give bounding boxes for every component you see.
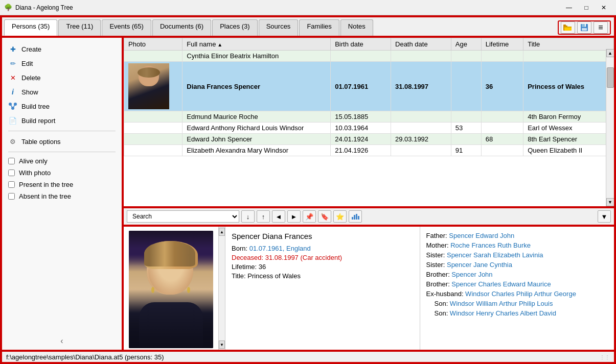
col-fullname[interactable]: Full name [182,38,331,51]
scroll-up-arrow[interactable]: ▲ [606,49,614,57]
scroll-up[interactable]: ▲ [219,228,225,236]
scroll-down-arrow[interactable]: ▼ [606,198,614,206]
tab-places[interactable]: Places (3) [212,19,258,36]
table-scroll-area[interactable]: Photo Full name Birth date Death date Ag… [124,38,614,206]
tab-documents[interactable]: Documents (6) [152,19,211,36]
rel-brother1-name[interactable]: Spencer John [451,271,492,278]
persons-table: Photo Full name Birth date Death date Ag… [124,38,614,156]
col-age[interactable]: Age [451,38,481,51]
tab-persons[interactable]: Persons (35) [4,19,57,36]
diana-large-photo [129,231,213,348]
save-button[interactable] [577,21,591,34]
scroll-thumb[interactable] [607,67,614,88]
tab-families[interactable]: Families [299,19,339,36]
table-row[interactable]: Elizabeth Alexandra Mary Windsor 21.04.1… [124,145,614,156]
table-row[interactable]: Cynthia Elinor Beatrix Hamilton [124,51,614,62]
born-value[interactable]: 01.07.1961, [249,245,286,252]
detail-deceased-line: Deceased: 31.08.1997 (Car accident) [232,254,414,261]
rel-exhusband-name[interactable]: Windsor Charles Philip Arthur George [465,290,576,298]
name-cell: Edward Anthony Richard Louis Windsor [182,123,331,134]
nav-pin-button[interactable]: 📌 [303,210,316,223]
maximize-button[interactable]: □ [578,2,595,13]
detail-title-line: Title: Princess of Wales [232,272,414,280]
rel-sister2-name[interactable]: Spencer Jane Cynthia [447,261,512,269]
nav-chart-button[interactable] [349,210,362,223]
create-button[interactable]: ✚ Create [2,42,122,56]
window-controls[interactable]: — □ ✕ [561,2,612,13]
born-place[interactable]: England [286,245,311,252]
name-cell: Edmund Maurice Roche [182,111,331,123]
present-tree-checkbox[interactable] [8,181,15,188]
col-title[interactable]: Title [523,38,614,51]
tabs-row: 1 Persons (35) Tree (11) Events (65) Doc… [1,16,615,37]
sidebar: 2 ✚ Create ✏ Edit ✕ Delete i Show [1,37,123,351]
nav-forward-button[interactable]: ► [287,210,301,223]
rel-son2-name[interactable]: Windsor Henry Charles Albert David [450,309,556,317]
tab-events[interactable]: Events (65) [102,19,151,36]
status-resize-grip[interactable]: ⋮⋮ [600,354,610,360]
search-input[interactable]: Search [127,210,239,223]
with-photo-filter[interactable]: With photo [2,167,122,179]
minimize-button[interactable]: — [561,2,577,13]
death-cell [391,145,451,156]
col-birthdate[interactable]: Birth date [331,38,391,51]
present-tree-filter[interactable]: Present in the tree [2,179,122,190]
tab-notes[interactable]: Notes [340,19,373,36]
col-deathdate[interactable]: Death date [391,38,451,51]
nav-bookmark-button[interactable]: 🔖 [318,210,331,223]
show-button[interactable]: i Show [2,85,122,99]
tab-tree[interactable]: Tree (11) [58,19,101,36]
edit-icon: ✏ [8,59,17,68]
detail-photo-scrollbar[interactable]: ▲ ▼ [218,227,225,350]
close-button[interactable]: ✕ [596,2,612,13]
app-container: 1 1 Persons (35) Tree (11) Events (65) D… [0,15,616,364]
absent-tree-checkbox[interactable] [8,193,15,200]
col-lifetime[interactable]: Lifetime [481,38,523,51]
birth-cell [331,51,391,62]
table-row[interactable]: Edmund Maurice Roche 15.05.1885 4th Baro… [124,111,614,123]
tab-sources[interactable]: Sources [259,19,299,36]
edit-button[interactable]: ✏ Edit [2,56,122,70]
deceased-label: Deceased: [232,254,263,261]
table-row-diana[interactable]: Diana Frances Spencer 01.07.1961 31.08.1… [124,62,614,111]
build-tree-button[interactable]: Build tree [2,99,122,113]
rel-son1: Son: Windsor William Arthur Philip Louis [426,300,608,307]
col-photo[interactable]: Photo [124,38,182,51]
sidebar-divider-2 [8,152,116,152]
rel-father-name[interactable]: Spencer Edward John [449,232,514,239]
nav-back-button[interactable]: ◄ [272,210,285,223]
photo-cell [124,145,182,156]
lifetime-cell: 68 [481,134,523,145]
alive-only-checkbox[interactable] [8,158,15,164]
rel-mother-name[interactable]: Roche Frances Ruth Burke [450,241,531,249]
build-report-button[interactable]: 📄 Build report [2,113,122,128]
scroll-down[interactable]: ▼ [219,341,225,349]
rel-son1-name[interactable]: Windsor William Arthur Philip Louis [450,300,553,307]
present-tree-label: Present in the tree [19,181,73,188]
menu-button[interactable]: ≡ [594,21,608,34]
nav-star-button[interactable]: ⭐ [333,210,347,223]
sidebar-collapse-arrow[interactable]: ‹ [60,336,63,346]
with-photo-checkbox[interactable] [8,169,15,176]
rel-sister1-name[interactable]: Spencer Sarah Elizabeth Lavinia [447,251,543,259]
rel-brother2-name[interactable]: Spencer Charles Edward Maurice [451,280,551,288]
title-label: Title: [232,272,246,280]
delete-icon: ✕ [8,73,17,82]
photo-cell [124,51,182,62]
earring-left [151,287,154,293]
table-row[interactable]: Edward Anthony Richard Louis Windsor 10.… [124,123,614,134]
nav-up-button[interactable]: ↑ [257,210,270,223]
body-shape [139,302,203,348]
nav-dropdown-button[interactable]: ▼ [598,210,611,223]
delete-button[interactable]: ✕ Delete [2,70,122,85]
rel-brother2: Brother: Spencer Charles Edward Maurice [426,280,608,288]
status-bar: 3 f:\agelongtree\samples\Diana\Diana.at5… [1,351,615,363]
table-options-button[interactable]: ⚙ Table options [2,134,122,149]
table-row[interactable]: Edward John Spencer 24.01.1924 29.03.199… [124,134,614,145]
table-scrollbar[interactable]: ▲ ▼ [606,49,614,206]
nav-down-button[interactable]: ↓ [241,210,255,223]
create-icon: ✚ [8,44,17,54]
open-button[interactable] [561,21,575,34]
absent-tree-filter[interactable]: Absent in the tree [2,190,122,202]
alive-only-filter[interactable]: Alive only [2,155,122,167]
